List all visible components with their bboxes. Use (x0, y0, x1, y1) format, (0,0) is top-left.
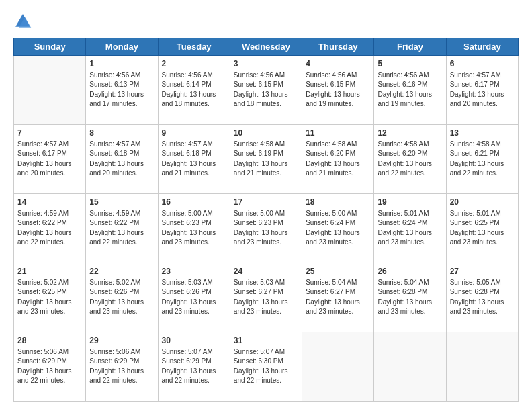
day-number: 9 (162, 128, 226, 139)
day-number: 21 (17, 266, 82, 277)
day-number: 14 (17, 197, 82, 208)
calendar-cell: 10Sunrise: 4:58 AMSunset: 6:19 PMDayligh… (230, 125, 302, 194)
calendar-cell: 2Sunrise: 4:56 AMSunset: 6:14 PMDaylight… (158, 56, 230, 125)
calendar-cell (374, 332, 446, 402)
calendar-cell: 11Sunrise: 4:58 AMSunset: 6:20 PMDayligh… (302, 125, 374, 194)
day-info: Sunrise: 5:06 AMSunset: 6:29 PMDaylight:… (17, 347, 82, 386)
calendar-header-row: SundayMondayTuesdayWednesdayThursdayFrid… (14, 38, 519, 56)
calendar-week-row: 7Sunrise: 4:57 AMSunset: 6:17 PMDaylight… (14, 125, 519, 194)
day-number: 29 (89, 335, 154, 347)
day-number: 16 (162, 197, 226, 208)
day-info: Sunrise: 4:56 AMSunset: 6:16 PMDaylight:… (378, 71, 442, 109)
day-number: 28 (17, 335, 82, 347)
day-info: Sunrise: 4:56 AMSunset: 6:15 PMDaylight:… (306, 71, 370, 109)
day-number: 15 (89, 197, 154, 208)
day-number: 26 (378, 266, 442, 277)
day-number: 24 (234, 266, 298, 277)
calendar-week-row: 28Sunrise: 5:06 AMSunset: 6:29 PMDayligh… (14, 332, 519, 402)
day-info: Sunrise: 4:58 AMSunset: 6:21 PMDaylight:… (450, 140, 515, 179)
calendar-cell: 12Sunrise: 4:58 AMSunset: 6:20 PMDayligh… (374, 125, 446, 194)
calendar-cell: 30Sunrise: 5:07 AMSunset: 6:29 PMDayligh… (158, 332, 230, 402)
logo (13, 12, 35, 31)
day-number: 25 (306, 266, 370, 277)
day-number: 12 (378, 128, 442, 139)
calendar-cell: 1Sunrise: 4:56 AMSunset: 6:13 PMDaylight… (86, 56, 158, 125)
day-info: Sunrise: 5:04 AMSunset: 6:28 PMDaylight:… (378, 278, 442, 317)
calendar-cell: 17Sunrise: 5:00 AMSunset: 6:23 PMDayligh… (230, 194, 302, 263)
calendar-cell (302, 332, 374, 402)
day-info: Sunrise: 5:07 AMSunset: 6:29 PMDaylight:… (162, 347, 226, 386)
calendar-cell: 7Sunrise: 4:57 AMSunset: 6:17 PMDaylight… (14, 125, 86, 194)
calendar-cell: 22Sunrise: 5:02 AMSunset: 6:26 PMDayligh… (86, 263, 158, 332)
day-number: 13 (450, 128, 515, 139)
day-number: 20 (450, 197, 515, 208)
calendar-cell: 8Sunrise: 4:57 AMSunset: 6:18 PMDaylight… (86, 125, 158, 194)
calendar-cell: 13Sunrise: 4:58 AMSunset: 6:21 PMDayligh… (446, 125, 518, 194)
day-number: 2 (162, 58, 226, 70)
day-info: Sunrise: 4:57 AMSunset: 6:17 PMDaylight:… (450, 71, 515, 109)
calendar-cell: 14Sunrise: 4:59 AMSunset: 6:22 PMDayligh… (14, 194, 86, 263)
calendar-cell: 26Sunrise: 5:04 AMSunset: 6:28 PMDayligh… (374, 263, 446, 332)
calendar-cell: 27Sunrise: 5:05 AMSunset: 6:28 PMDayligh… (446, 263, 518, 332)
day-info: Sunrise: 5:03 AMSunset: 6:27 PMDaylight:… (234, 278, 298, 317)
day-number: 18 (306, 197, 370, 208)
day-number: 22 (89, 266, 154, 277)
day-info: Sunrise: 4:58 AMSunset: 6:19 PMDaylight:… (234, 140, 298, 179)
day-number: 6 (450, 58, 515, 70)
calendar-cell: 5Sunrise: 4:56 AMSunset: 6:16 PMDaylight… (374, 56, 446, 125)
day-number: 31 (234, 335, 298, 347)
day-info: Sunrise: 4:59 AMSunset: 6:22 PMDaylight:… (89, 209, 154, 248)
day-info: Sunrise: 4:57 AMSunset: 6:18 PMDaylight:… (89, 140, 154, 179)
day-info: Sunrise: 4:57 AMSunset: 6:17 PMDaylight:… (17, 140, 82, 179)
calendar-cell: 3Sunrise: 4:56 AMSunset: 6:15 PMDaylight… (230, 56, 302, 125)
day-info: Sunrise: 5:06 AMSunset: 6:29 PMDaylight:… (89, 347, 154, 386)
calendar-cell: 15Sunrise: 4:59 AMSunset: 6:22 PMDayligh… (86, 194, 158, 263)
day-info: Sunrise: 4:56 AMSunset: 6:14 PMDaylight:… (162, 71, 226, 109)
calendar-cell: 20Sunrise: 5:01 AMSunset: 6:25 PMDayligh… (446, 194, 518, 263)
weekday-header: Saturday (446, 38, 518, 56)
day-info: Sunrise: 5:00 AMSunset: 6:24 PMDaylight:… (306, 209, 370, 248)
day-info: Sunrise: 5:02 AMSunset: 6:25 PMDaylight:… (17, 278, 82, 317)
calendar-week-row: 14Sunrise: 4:59 AMSunset: 6:22 PMDayligh… (14, 194, 519, 263)
day-number: 30 (162, 335, 226, 347)
calendar-cell: 31Sunrise: 5:07 AMSunset: 6:30 PMDayligh… (230, 332, 302, 402)
calendar-cell (446, 332, 518, 402)
calendar-cell: 29Sunrise: 5:06 AMSunset: 6:29 PMDayligh… (86, 332, 158, 402)
calendar-cell: 25Sunrise: 5:04 AMSunset: 6:27 PMDayligh… (302, 263, 374, 332)
day-info: Sunrise: 5:05 AMSunset: 6:28 PMDaylight:… (450, 278, 515, 317)
day-info: Sunrise: 5:00 AMSunset: 6:23 PMDaylight:… (234, 209, 298, 248)
day-number: 3 (234, 58, 298, 70)
day-info: Sunrise: 5:00 AMSunset: 6:23 PMDaylight:… (162, 209, 226, 248)
day-info: Sunrise: 5:07 AMSunset: 6:30 PMDaylight:… (234, 347, 298, 386)
calendar-cell: 23Sunrise: 5:03 AMSunset: 6:26 PMDayligh… (158, 263, 230, 332)
calendar-cell: 4Sunrise: 4:56 AMSunset: 6:15 PMDaylight… (302, 56, 374, 125)
weekday-header: Thursday (302, 38, 374, 56)
calendar-table: SundayMondayTuesdayWednesdayThursdayFrid… (13, 38, 519, 402)
page: SundayMondayTuesdayWednesdayThursdayFrid… (0, 0, 532, 411)
day-info: Sunrise: 4:58 AMSunset: 6:20 PMDaylight:… (378, 140, 442, 179)
logo-icon (13, 12, 32, 31)
day-info: Sunrise: 4:57 AMSunset: 6:18 PMDaylight:… (162, 140, 226, 179)
day-info: Sunrise: 5:03 AMSunset: 6:26 PMDaylight:… (162, 278, 226, 317)
day-info: Sunrise: 4:56 AMSunset: 6:13 PMDaylight:… (89, 71, 154, 109)
day-number: 27 (450, 266, 515, 277)
calendar-cell: 18Sunrise: 5:00 AMSunset: 6:24 PMDayligh… (302, 194, 374, 263)
day-info: Sunrise: 4:56 AMSunset: 6:15 PMDaylight:… (234, 71, 298, 109)
day-number: 8 (89, 128, 154, 139)
calendar-cell: 9Sunrise: 4:57 AMSunset: 6:18 PMDaylight… (158, 125, 230, 194)
day-info: Sunrise: 5:02 AMSunset: 6:26 PMDaylight:… (89, 278, 154, 317)
calendar-cell: 19Sunrise: 5:01 AMSunset: 6:24 PMDayligh… (374, 194, 446, 263)
day-info: Sunrise: 4:58 AMSunset: 6:20 PMDaylight:… (306, 140, 370, 179)
weekday-header: Friday (374, 38, 446, 56)
calendar-cell: 16Sunrise: 5:00 AMSunset: 6:23 PMDayligh… (158, 194, 230, 263)
day-number: 5 (378, 58, 442, 70)
day-number: 17 (234, 197, 298, 208)
day-number: 23 (162, 266, 226, 277)
calendar-week-row: 21Sunrise: 5:02 AMSunset: 6:25 PMDayligh… (14, 263, 519, 332)
day-info: Sunrise: 5:01 AMSunset: 6:24 PMDaylight:… (378, 209, 442, 248)
day-info: Sunrise: 4:59 AMSunset: 6:22 PMDaylight:… (17, 209, 82, 248)
calendar-cell: 21Sunrise: 5:02 AMSunset: 6:25 PMDayligh… (14, 263, 86, 332)
calendar-cell: 24Sunrise: 5:03 AMSunset: 6:27 PMDayligh… (230, 263, 302, 332)
weekday-header: Wednesday (230, 38, 302, 56)
calendar-cell: 6Sunrise: 4:57 AMSunset: 6:17 PMDaylight… (446, 56, 518, 125)
